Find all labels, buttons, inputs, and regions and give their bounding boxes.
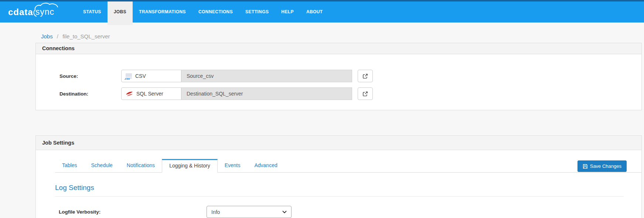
tab-notifications[interactable]: Notifications: [120, 159, 162, 172]
nav-item-about[interactable]: ABOUT: [300, 1, 329, 23]
connections-panel-body: Source: .csv CSV Source_csv Destination:: [36, 54, 641, 110]
logfile-verbosity-value: Info: [211, 209, 220, 215]
log-settings-section: Log Settings Logfile Verbosity: Info: [55, 184, 624, 218]
source-connection-name-field[interactable]: Source_csv: [181, 70, 352, 82]
tab-events[interactable]: Events: [218, 159, 248, 172]
save-changes-button[interactable]: Save Changes: [577, 160, 627, 172]
save-changes-label: Save Changes: [590, 163, 621, 169]
main-menu: STATUS JOBS TRANSFORMATIONS CONNECTIONS …: [77, 1, 329, 23]
destination-label: Destination:: [59, 91, 121, 97]
source-connector-type: CSV: [135, 73, 146, 79]
nav-item-transformations[interactable]: TRANSFORMATIONS: [133, 1, 192, 23]
nav-item-help[interactable]: HELP: [275, 1, 300, 23]
logo-brand-text: cdata: [8, 7, 33, 17]
tab-tables[interactable]: Tables: [55, 159, 84, 172]
destination-open-connection-button[interactable]: [358, 87, 373, 100]
connections-panel: Connections Source: .csv CSV Source_csv …: [35, 43, 642, 110]
tab-advanced[interactable]: Advanced: [247, 159, 284, 172]
logfile-verbosity-select[interactable]: Info: [207, 206, 292, 218]
tab-schedule[interactable]: Schedule: [84, 159, 119, 172]
cloud-icon: [33, 2, 61, 17]
source-label: Source:: [59, 73, 121, 79]
logfile-verbosity-label: Logfile Verbosity:: [59, 209, 207, 215]
external-link-icon: [362, 73, 368, 79]
job-settings-panel-title: Job Settings: [36, 136, 641, 150]
source-row: Source: .csv CSV Source_csv: [59, 70, 636, 82]
nav-item-connections[interactable]: CONNECTIONS: [192, 1, 239, 23]
job-settings-tabs: Tables Schedule Notifications Logging & …: [55, 159, 641, 173]
job-settings-panel: Job Settings Tables Schedule Notificatio…: [35, 135, 642, 218]
nav-item-settings[interactable]: SETTINGS: [239, 1, 275, 23]
cdata-sync-logo[interactable]: cdata sync: [8, 1, 64, 23]
job-settings-panel-body: Tables Schedule Notifications Logging & …: [36, 150, 641, 218]
breadcrumb-separator: /: [57, 33, 58, 39]
connections-panel-title: Connections: [36, 43, 641, 54]
source-connector-selector[interactable]: .csv CSV: [121, 70, 181, 82]
chevron-down-icon: [282, 211, 287, 214]
destination-connector-selector[interactable]: SQL Server: [121, 87, 181, 100]
breadcrumb-current-job: file_to_SQL_server: [62, 33, 110, 39]
csv-file-icon: .csv: [126, 73, 132, 79]
nav-item-status[interactable]: STATUS: [77, 1, 108, 23]
nav-item-jobs[interactable]: JOBS: [108, 1, 133, 25]
destination-connector-type: SQL Server: [136, 91, 163, 97]
tab-logging-history[interactable]: Logging & History: [162, 159, 218, 173]
breadcrumb-jobs-link[interactable]: Jobs: [41, 33, 53, 39]
save-icon: [583, 164, 588, 169]
logo-product-text: sync: [35, 7, 54, 17]
destination-connection-name-field[interactable]: Destination_SQL_server: [181, 87, 352, 100]
breadcrumb: Jobs / file_to_SQL_server: [41, 33, 644, 39]
logfile-verbosity-row: Logfile Verbosity: Info: [59, 206, 624, 218]
destination-row: Destination: SQL Server Destination_SQL_…: [59, 87, 636, 100]
top-navbar: cdata sync STATUS JOBS TRANSFORMATIONS C…: [0, 0, 644, 23]
source-open-connection-button[interactable]: [358, 70, 373, 82]
sql-server-icon: [126, 91, 133, 97]
external-link-icon: [362, 91, 368, 97]
log-settings-title: Log Settings: [55, 184, 624, 197]
